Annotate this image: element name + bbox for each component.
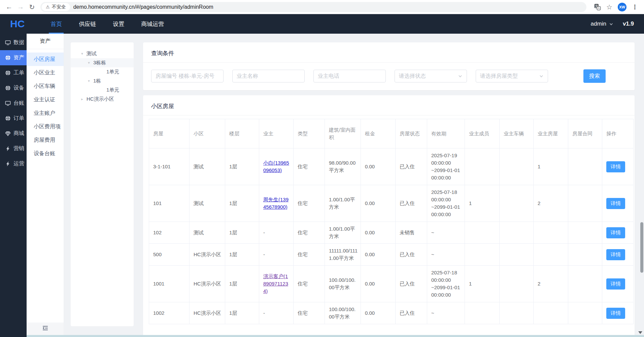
cell-members <box>465 148 500 185</box>
cell-members <box>465 244 500 266</box>
cell-actions: 详情 <box>602 266 634 302</box>
cell-rent: 0.00 <box>361 185 396 222</box>
owner-link[interactable]: 小白(13965096053) <box>263 160 289 173</box>
translate-icon[interactable]: 文 A <box>594 3 601 10</box>
owner-link[interactable]: 周先生(13945678900) <box>263 197 289 210</box>
tree-node[interactable]: 1单元 <box>71 86 134 95</box>
sidebar-item[interactable]: 台账 <box>0 96 27 111</box>
nav-tabs: 首页供应链设置商城运营 <box>42 14 172 34</box>
submenu-item[interactable]: 业主账户 <box>27 106 64 120</box>
tree-node-label: 测试 <box>87 50 97 57</box>
submenu-item[interactable]: 小区房屋 <box>27 53 64 66</box>
caret-icon[interactable]: ▾ <box>87 79 91 83</box>
tree-node[interactable]: 1单元 <box>71 67 134 76</box>
search-input[interactable] <box>151 70 224 82</box>
cell-rent: 0.00 <box>361 266 396 302</box>
app-navbar: HC 首页供应链设置商城运营 admin v1.9 <box>0 14 644 34</box>
cell-type: 住宅 <box>294 266 325 302</box>
tree-node[interactable]: ▸ HC演示小区 <box>71 95 134 104</box>
select-field[interactable]: 请选择房屋类型 <box>476 70 548 82</box>
table-header-row: 房屋小区楼层业主类型建筑/室内面积租金房屋状态有效期业主成员业主车辆业主房屋房屋… <box>149 119 634 148</box>
bookmark-star-icon[interactable]: ☆ <box>606 4 612 10</box>
caret-icon[interactable]: ▾ <box>87 61 91 65</box>
sidebar-item[interactable]: 营销 <box>0 141 27 156</box>
rooms-table: 房屋小区楼层业主类型建筑/室内面积租金房屋状态有效期业主成员业主车辆业主房屋房屋… <box>149 119 634 324</box>
search-button[interactable]: 搜索 <box>583 69 606 83</box>
horizontal-scrollbar[interactable] <box>27 335 644 337</box>
nav-tab[interactable]: 首页 <box>42 14 70 34</box>
security-badge[interactable]: ⚠ 不安全 <box>42 3 70 11</box>
scroll-down-arrow-icon[interactable] <box>638 331 642 334</box>
cell-contract <box>568 244 602 266</box>
back-icon[interactable]: ← <box>3 1 15 13</box>
sidebar-item[interactable]: 商城 <box>0 126 27 141</box>
submenu-item[interactable]: 设备台账 <box>27 147 64 160</box>
diamond-icon <box>5 131 11 136</box>
sidebar-item[interactable]: 运营 <box>0 156 27 171</box>
main-column: 查询条件 请选择状态 请选择房屋类型 搜索 小区房屋 <box>143 42 635 337</box>
menu-fold-icon <box>42 325 48 333</box>
search-input[interactable] <box>232 70 305 82</box>
detail-button[interactable]: 详情 <box>606 278 625 290</box>
detail-button[interactable]: 详情 <box>606 227 625 238</box>
nav-tab[interactable]: 设置 <box>104 14 133 34</box>
caret-icon[interactable]: ▾ <box>80 52 84 56</box>
submenu-item[interactable]: 小区业主 <box>27 66 64 79</box>
tree-node-label: 1栋 <box>93 78 101 84</box>
cell-owner: 周先生(13945678900) <box>259 185 294 222</box>
owner-link[interactable]: 演示客户(18909711234) <box>263 273 288 294</box>
submenu-item[interactable]: 小区车辆 <box>27 79 64 93</box>
chevron-down-icon <box>539 74 544 78</box>
column-header: 业主房屋 <box>534 119 568 148</box>
submenu-item[interactable]: 业主认证 <box>27 93 64 106</box>
column-header: 建筑/室内面积 <box>325 119 361 148</box>
forward-icon[interactable]: → <box>15 1 26 13</box>
tree-node[interactable]: ▾ 1栋 <box>71 76 134 86</box>
detail-button[interactable]: 详情 <box>606 161 625 172</box>
sidebar-item-label: 数据 <box>13 39 24 46</box>
app-logo[interactable]: HC <box>10 18 25 30</box>
column-header: 业主成员 <box>465 119 500 148</box>
tree-node-label: 1单元 <box>106 69 119 75</box>
cell-area: 100.00/100.00平方米 <box>325 266 361 302</box>
profile-avatar[interactable]: XW <box>618 3 626 11</box>
nav-tab[interactable]: 供应链 <box>70 14 104 34</box>
refresh-icon[interactable]: ↻ <box>26 1 38 13</box>
cell-actions: 详情 <box>602 185 634 222</box>
vertical-scrollbar-thumb[interactable] <box>640 222 643 273</box>
search-input[interactable] <box>313 70 386 82</box>
cell-vehicles <box>500 244 534 266</box>
tree-node[interactable]: ▾ 测试 <box>71 49 134 58</box>
cell-floor: 1层 <box>225 244 259 266</box>
cell-owner-houses: 2 <box>534 266 568 302</box>
select-field[interactable]: 请选择状态 <box>395 70 467 82</box>
sidebar-item[interactable]: 订单 <box>0 111 27 126</box>
menu-dots-icon[interactable]: ⋮ <box>632 4 638 10</box>
chevron-down-icon <box>609 22 613 26</box>
user-menu[interactable]: admin <box>591 21 613 27</box>
submenu-item[interactable]: 小区费用项 <box>27 120 64 133</box>
detail-button[interactable]: 详情 <box>606 198 625 209</box>
sidebar-item-label: 设备 <box>13 85 24 92</box>
detail-button[interactable]: 详情 <box>606 249 625 260</box>
detail-button[interactable]: 详情 <box>606 308 625 319</box>
url-text: demo.homecommunity.cn/#/pages/community/… <box>73 4 213 10</box>
sidebar-item[interactable]: 资产 <box>0 50 27 65</box>
collapse-sidebar-button[interactable] <box>27 323 64 335</box>
monitor-icon <box>5 100 11 106</box>
sidebar-item[interactable]: 数据 <box>0 35 27 50</box>
browser-actions: 文 A ☆ XW ⋮ <box>589 3 641 11</box>
cell-status: 已入住 <box>396 266 427 302</box>
caret-icon[interactable]: ▸ <box>80 97 84 101</box>
cell-type: 住宅 <box>294 244 325 266</box>
address-bar[interactable]: ⚠ 不安全 demo.homecommunity.cn/#/pages/comm… <box>40 2 586 12</box>
nav-tab[interactable]: 商城运营 <box>133 14 172 34</box>
cell-vehicles <box>500 266 534 302</box>
cell-validity: ~ <box>427 302 465 324</box>
sidebar-item[interactable]: 设备 <box>0 80 27 96</box>
sidebar-item[interactable]: 工单 <box>0 65 27 80</box>
submenu-item[interactable]: 房屋费用 <box>27 133 64 147</box>
bolt-icon <box>5 161 11 167</box>
globe-icon <box>5 55 11 61</box>
tree-node[interactable]: ▾ 3栋栋 <box>71 58 134 67</box>
